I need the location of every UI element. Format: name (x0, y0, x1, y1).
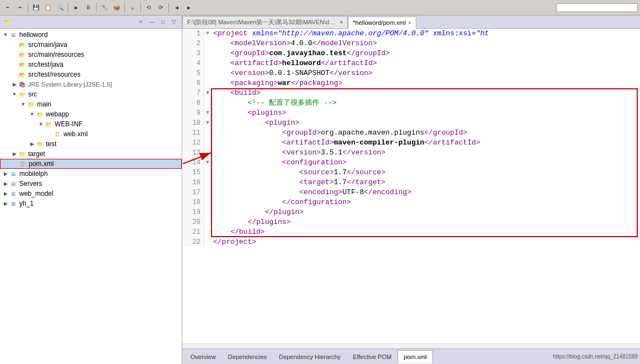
tab-close-tab2[interactable]: × (408, 20, 411, 26)
line-fold-5 (204, 68, 211, 78)
tree-label-web-inf: WEB-INF (55, 120, 83, 128)
tree-item-web-inf[interactable]: ▼📁WEB-INF (0, 119, 182, 129)
status-url: https://blog.csdn.net/qq_21481599 (553, 354, 638, 360)
toolbar-btn-5[interactable]: ▶ (71, 2, 82, 13)
tree-item-target[interactable]: ▶📁target (0, 149, 182, 159)
bottom-tab-effective-pom[interactable]: Effective POM (347, 350, 398, 363)
line-fold-1[interactable]: ▼ (204, 29, 211, 39)
line-content-13: <version>3.5.1</version> (211, 148, 385, 158)
line-fold-9[interactable]: ▼ (204, 108, 211, 118)
toolbar-btn-9[interactable]: ☕ (127, 2, 138, 13)
tree-item-servers[interactable]: ▶🖥Servers (0, 179, 182, 189)
tree-arrow-webapp[interactable]: ▼ (29, 111, 35, 117)
tree-arrow-mobilelph[interactable]: ▶ (2, 171, 9, 176)
toolbar-btn-10[interactable]: ⟲ (143, 2, 154, 13)
toolbar-btn-11[interactable]: ⟳ (155, 2, 166, 13)
toolbar-btn-12[interactable]: ◀ (171, 2, 182, 13)
line-number-13: 13 (182, 148, 204, 158)
panel-close-btn[interactable]: × (136, 18, 145, 26)
tree-arrow-helloword[interactable]: ▼ (2, 32, 9, 38)
code-line-14: 14▼ <configuration> (182, 158, 640, 168)
code-line-15: 15 <source>1.7</source> (182, 168, 640, 178)
tree-label-src: src (28, 90, 37, 98)
line-number-6: 6 (182, 78, 204, 88)
panel-menu-btn[interactable]: ▽ (170, 18, 178, 26)
toolbar-sep-3 (96, 3, 97, 13)
editor-tab-tab1[interactable]: F:\[阶段08] Maven\Maven第一天\黑马32期\MAVEN\day… (182, 16, 348, 28)
tree-item-main[interactable]: ▼📁main (0, 99, 182, 109)
tree-arrow-test[interactable]: ▶ (29, 141, 35, 147)
toolbar-btn-save[interactable]: 💾 (30, 2, 41, 13)
tree-icon-folder: 📁 (44, 120, 53, 129)
tree-arrow-web-model[interactable]: ▶ (2, 191, 9, 196)
code-line-8: 8 <!-- 配置了很多插件 --> (182, 98, 640, 108)
code-line-5: 5 <version>0.0.1-SNAPSHOT</version> (182, 68, 640, 78)
toolbar-btn-4[interactable]: 🔍 (55, 2, 66, 13)
tree-icon-srcfolder: 📂 (18, 60, 27, 69)
toolbar-btn-2[interactable]: ➡ (14, 2, 25, 13)
line-number-20: 20 (182, 217, 204, 227)
code-line-3: 3 <groupId>com.javayihao.test</groupId> (182, 49, 640, 58)
code-area[interactable]: 1▼<project xmlns="http://maven.apache.or… (182, 29, 640, 247)
editor-tab-tab2[interactable]: *helloword/pom.xml× (348, 17, 416, 29)
tree-item-web-model[interactable]: ▶🖥web_model (0, 189, 182, 199)
tree-item-src-main-java[interactable]: 📂src/main/java (0, 40, 182, 50)
tree-item-yh-1[interactable]: ▶🖥yh_1 (0, 199, 182, 208)
tree-item-src-test-resources[interactable]: 📂src/test/resources (0, 69, 182, 79)
main-toolbar: ⬅ ➡ 💾 📋 🔍 ▶ ⏸ 🔧 📦 ☕ ⟲ ⟳ ◀ ▶ (0, 0, 640, 15)
tree-item-webapp[interactable]: ▼📁webapp (0, 109, 182, 119)
line-fold-17 (204, 188, 211, 197)
tree-arrow-main[interactable]: ▼ (20, 101, 27, 107)
tree-item-src-test-java[interactable]: 📂src/test/java (0, 60, 182, 69)
line-fold-21 (204, 227, 211, 237)
tree-item-helloword[interactable]: ▼🖥helloword (0, 30, 182, 40)
right-panel: F:\[阶段08] Maven\Maven第一天\黑马32期\MAVEN\day… (182, 15, 640, 364)
panel-min-btn[interactable]: — (147, 18, 156, 26)
tree-item-pom-xml[interactable]: 🗒pom.xml (0, 159, 182, 169)
tree-item-mobilelph[interactable]: ▶🖥mobilelph (0, 169, 182, 179)
bottom-tab-pom.xml[interactable]: pom.xml (398, 350, 433, 363)
line-content-4: <artifactId>helloword</artifactId> (211, 58, 377, 68)
line-fold-7[interactable]: ▼ (204, 88, 211, 98)
tree-arrow-jre[interactable]: ▶ (11, 82, 18, 87)
code-line-21: 21 </build> (182, 227, 640, 237)
line-fold-14[interactable]: ▼ (204, 158, 211, 168)
line-content-2: <modelVersion>4.0.0</modelVersion> (211, 39, 377, 49)
toolbar-btn-6[interactable]: ⏸ (83, 2, 94, 13)
tree-icon-project: 🖥 (9, 179, 18, 188)
code-line-20: 20 </plugins> (182, 217, 640, 227)
line-number-11: 11 (182, 128, 204, 138)
horizontal-scrollbar[interactable] (182, 343, 640, 349)
toolbar-btn-13[interactable]: ▶ (183, 2, 194, 13)
tree-label-jre: JRE System Library [J2SE-1.5] (28, 81, 112, 88)
line-fold-10[interactable]: ▼ (204, 118, 211, 128)
line-number-10: 10 (182, 118, 204, 128)
tree-arrow-web-inf[interactable]: ▼ (38, 121, 44, 127)
tree-item-src[interactable]: ▼📁src (0, 89, 182, 99)
toolbar-btn-3[interactable]: 📋 (43, 2, 54, 13)
panel-max-btn[interactable]: □ (158, 18, 167, 26)
tab-close-tab1[interactable]: × (340, 19, 343, 25)
toolbar-btn-8[interactable]: 📦 (111, 2, 122, 13)
tree-arrow-servers[interactable]: ▶ (2, 181, 9, 186)
bottom-tab-dependencies[interactable]: Dependencies (222, 350, 273, 363)
tree-item-jre[interactable]: ▶📚JRE System Library [J2SE-1.5] (0, 79, 182, 89)
tree-item-test[interactable]: ▶📁test (0, 139, 182, 149)
tree-item-web-xml[interactable]: 🗒web.xml (0, 129, 182, 139)
panel-icon-explorer: 📁 (3, 18, 12, 26)
tree-item-src-main-resources[interactable]: 📂src/main/resources (0, 50, 182, 60)
tree-view: ▼🖥helloword📂src/main/java📂src/main/resou… (0, 29, 182, 364)
toolbar-btn-7[interactable]: 🔧 (99, 2, 110, 13)
line-content-7: <build> (211, 88, 261, 98)
tree-icon-xml: 🗒 (18, 159, 27, 168)
line-content-11: <groupId>org.apache.maven.plugins</group… (211, 128, 467, 138)
line-number-3: 3 (182, 49, 204, 58)
tree-arrow-target[interactable]: ▶ (11, 151, 18, 157)
tree-arrow-src[interactable]: ▼ (11, 92, 18, 97)
toolbar-btn-1[interactable]: ⬅ (2, 2, 13, 13)
tree-arrow-yh-1[interactable]: ▶ (2, 201, 9, 206)
bottom-tab-dependency-hierarchy[interactable]: Dependency Hierarchy (273, 350, 347, 363)
quick-access-input[interactable] (556, 3, 638, 12)
tree-label-pom-xml: pom.xml (29, 160, 54, 168)
bottom-tab-overview[interactable]: Overview (184, 350, 222, 363)
